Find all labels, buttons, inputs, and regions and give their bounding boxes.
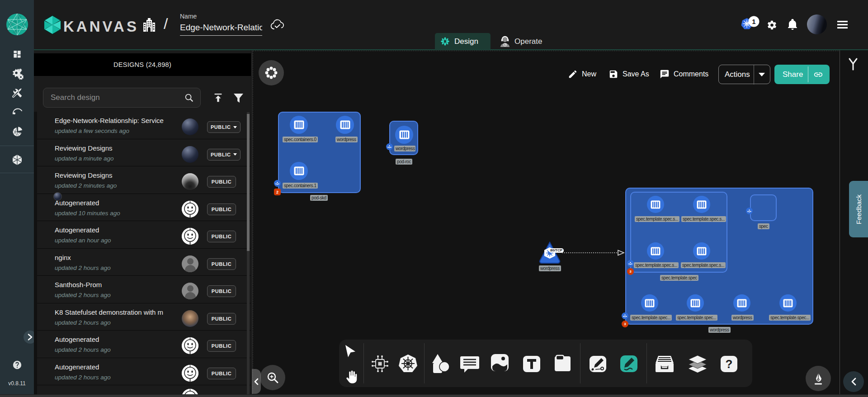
svg-text:?: ? bbox=[726, 357, 733, 371]
svg-text:1: 1 bbox=[752, 18, 755, 25]
